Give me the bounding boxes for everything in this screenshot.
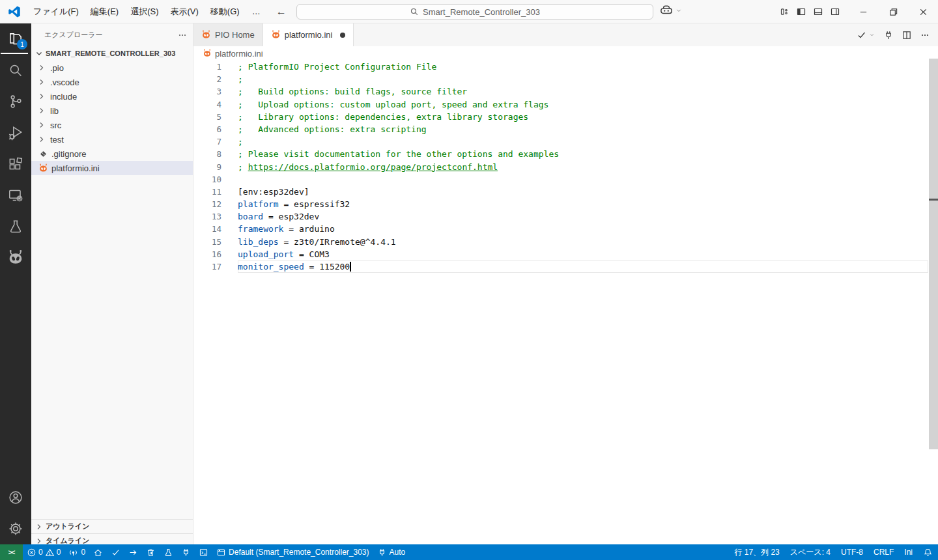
breadcrumb-file[interactable]: platformio.ini [215,49,263,59]
code-line-1[interactable]: 1; PlatformIO Project Configuration File [193,61,938,73]
timeline-panel-label: タイムライン [46,536,90,544]
activity-run-debug[interactable] [0,117,31,148]
dirty-indicator-icon[interactable] [340,33,345,38]
pio-build-button[interactable] [107,544,124,560]
code-line-7[interactable]: 7; [193,135,938,148]
code-line-3[interactable]: 3; Build options: build flags, source fi… [193,85,938,98]
command-center-search[interactable]: Smart_Remote_Controller_303 [296,4,653,20]
code-line-8[interactable]: 8; Please visit documentation for the ot… [193,148,938,160]
more-actions-icon[interactable] [920,30,930,40]
pio-serial-monitor-button[interactable] [177,544,195,560]
home-icon [93,548,103,557]
tree-root-folder[interactable]: SMART_REMOTE_CONTROLLER_303 [31,46,193,61]
pio-upload-button[interactable] [124,544,142,560]
code-line-17[interactable]: 17monitor_speed = 115200 [193,260,938,273]
cursor-position[interactable]: 行 17、列 23 [729,544,784,560]
pio-terminal-button[interactable] [195,544,212,560]
code-line-6[interactable]: 6; Advanced options: extra scripting [193,123,938,135]
code-line-11[interactable]: 11[env:esp32dev] [193,186,938,198]
tree-item-lib[interactable]: lib [31,104,193,118]
chevron-down-icon [675,7,683,14]
code-line-12[interactable]: 12platform = espressif32 [193,198,938,210]
menu-go[interactable]: 移動(G) [205,0,246,23]
code-line-5[interactable]: 5; Library options: dependencies, extra … [193,111,938,123]
account-button[interactable] [0,482,31,513]
tab-platformio-ini[interactable]: platformio.ini [263,23,354,46]
problems-indicator[interactable]: 0 0 [23,548,64,557]
activity-extensions[interactable] [0,148,31,180]
activity-testing[interactable] [0,211,31,242]
minimize-button[interactable] [848,0,878,23]
run-check-action-icon[interactable] [857,30,875,40]
menu-view[interactable]: 表示(V) [165,0,205,23]
menu-file[interactable]: ファイル(F) [27,0,85,23]
ports-indicator[interactable]: 0 [64,544,89,560]
indentation-setting[interactable]: スペース: 4 [785,544,836,560]
customize-layout-icon[interactable] [779,7,789,17]
code-line-14[interactable]: 14framework = arduino [193,223,938,235]
plug-icon [181,548,191,557]
remote-indicator[interactable]: >< [0,544,23,560]
settings-button[interactable] [0,513,31,544]
activity-search[interactable] [0,55,31,86]
activity-source-control[interactable] [0,86,31,117]
line-content: platform = espressif32 [238,198,928,210]
pio-home-button[interactable] [89,544,107,560]
eol-setting[interactable]: CRLF [868,544,899,560]
code-line-13[interactable]: 13board = esp32dev [193,210,938,223]
pio-clean-button[interactable] [142,544,160,560]
toggle-panel-icon[interactable] [813,7,823,17]
tree-item-include[interactable]: include [31,89,193,104]
serial-port-selector[interactable]: Auto [373,544,410,560]
code-line-2[interactable]: 2; [193,73,938,85]
line-number: 7 [193,135,221,148]
source-control-icon [7,93,24,110]
tree-item--pio[interactable]: .pio [31,61,193,75]
menu-overflow-button[interactable]: … [246,7,267,16]
toggle-secondary-sidebar-icon[interactable] [830,7,840,17]
tree-item--gitignore[interactable]: .gitignore [31,147,193,161]
pio-test-button[interactable] [160,544,177,560]
copilot-button[interactable] [660,4,683,17]
title-bar: ファイル(F) 編集(E) 選択(S) 表示(V) 移動(G) … ← → Sm… [0,0,938,23]
menu-edit[interactable]: 編集(E) [85,0,124,23]
tree-item-src[interactable]: src [31,118,193,132]
line-content: ; Library options: dependencies, extra l… [238,111,928,123]
tab-pio-home[interactable]: PIO Home [193,23,263,46]
outline-panel-header[interactable]: アウトライン [31,519,193,533]
close-button[interactable] [908,0,938,23]
breadcrumb[interactable]: platformio.ini [193,46,938,61]
editor-scrollbar[interactable] [929,59,938,449]
chevron-right-icon [36,63,47,73]
encoding-setting[interactable]: UTF-8 [836,544,868,560]
split-editor-icon[interactable] [902,30,912,40]
code-line-15[interactable]: 15lib_deps = z3t0/IRremote@^4.4.1 [193,236,938,248]
error-count: 0 [38,548,43,557]
timeline-panel-header[interactable]: タイムライン [31,533,193,544]
tree-item--vscode[interactable]: .vscode [31,75,193,89]
language-mode[interactable]: Ini [899,544,918,560]
arrow-right-icon [128,548,138,557]
code-editor[interactable]: 1; PlatformIO Project Configuration File… [193,61,938,544]
pio-env-selector[interactable]: Default (Smart_Remote_Controller_303) [212,544,373,560]
code-line-9[interactable]: 9; https://docs.platformio.org/page/proj… [193,161,938,173]
sidebar-more-actions[interactable] [177,30,188,40]
tree-item-test[interactable]: test [31,132,193,147]
line-content [238,173,928,186]
nav-back-icon[interactable]: ← [276,6,287,18]
code-line-10[interactable]: 10 [193,173,938,186]
code-line-16[interactable]: 16upload_port = COM3 [193,248,938,260]
activity-platformio[interactable] [0,242,31,273]
tree-item-platformio-ini[interactable]: platformio.ini [31,161,193,175]
serial-monitor-plug-icon[interactable] [883,30,894,40]
toggle-primary-sidebar-icon[interactable] [796,7,806,17]
tab-label: PIO Home [215,30,255,40]
remote-icon: >< [8,549,15,556]
testing-flask-icon [7,218,24,235]
restore-button[interactable] [878,0,908,23]
activity-explorer[interactable]: 1 [0,23,31,55]
notifications-button[interactable] [918,544,938,560]
menu-selection[interactable]: 選択(S) [124,0,164,23]
code-line-4[interactable]: 4; Upload options: custom upload port, s… [193,98,938,111]
activity-remote-explorer[interactable] [0,180,31,211]
